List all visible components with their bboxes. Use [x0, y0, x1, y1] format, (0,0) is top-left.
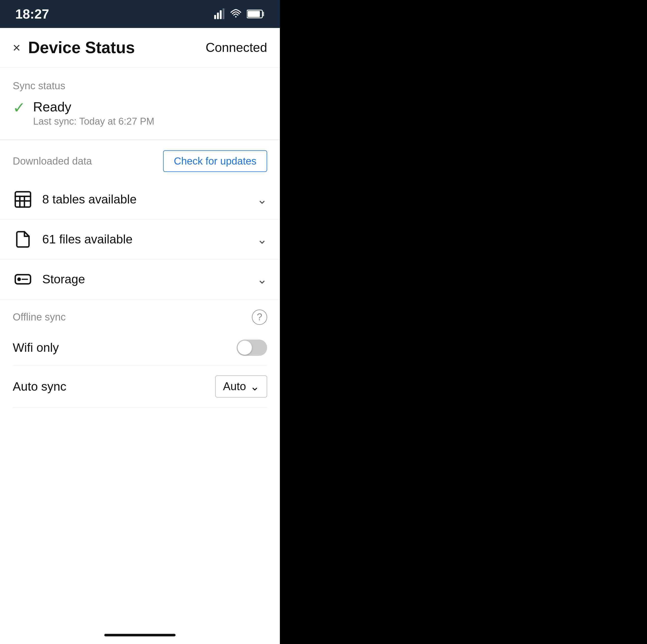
tables-row[interactable]: 8 tables available ⌄: [0, 179, 280, 220]
offline-sync-label: Offline sync: [13, 311, 66, 323]
svg-rect-1: [217, 13, 219, 19]
storage-icon: [13, 269, 33, 290]
svg-rect-2: [220, 10, 222, 19]
chevron-down-icon-3: ⌄: [257, 272, 267, 287]
wifi-icon: [229, 8, 242, 20]
wifi-only-row: Wifi only: [13, 330, 267, 366]
status-icons: [214, 8, 265, 20]
status-time: 18:27: [15, 6, 49, 22]
phone-panel: 18:27 × De: [0, 0, 280, 644]
wifi-only-label: Wifi only: [13, 340, 59, 354]
svg-rect-0: [214, 15, 216, 19]
svg-point-14: [18, 278, 20, 280]
storage-row[interactable]: Storage ⌄: [0, 259, 280, 299]
toggle-knob: [238, 340, 252, 355]
downloaded-data-label: Downloaded data: [13, 155, 92, 167]
svg-point-4: [235, 16, 237, 17]
chevron-down-icon: ⌄: [257, 192, 267, 207]
signal-icon: [214, 8, 225, 20]
page-title: Device Status: [28, 38, 206, 57]
auto-sync-label: Auto sync: [13, 380, 66, 394]
svg-rect-8: [15, 192, 30, 207]
offline-sync-header: Offline sync ?: [13, 310, 267, 325]
checkmark-icon: ✓: [13, 100, 25, 115]
sync-text-block: Ready Last sync: Today at 6:27 PM: [33, 99, 154, 127]
home-indicator: [104, 634, 175, 636]
connection-status: Connected: [206, 40, 267, 55]
svg-rect-6: [262, 12, 264, 16]
check-updates-button[interactable]: Check for updates: [163, 150, 267, 172]
status-bar: 18:27: [0, 0, 280, 28]
auto-sync-row: Auto sync Auto ⌄: [13, 366, 267, 407]
tables-label: 8 tables available: [42, 192, 257, 206]
sync-state: Ready: [33, 99, 154, 114]
content-area: Sync status ✓ Ready Last sync: Today at …: [0, 67, 280, 644]
sync-status-row: ✓ Ready Last sync: Today at 6:27 PM: [13, 99, 267, 140]
file-icon: [13, 229, 33, 249]
storage-label: Storage: [42, 272, 257, 286]
files-row[interactable]: 61 files available ⌄: [0, 220, 280, 259]
dropdown-chevron-icon: ⌄: [250, 380, 260, 393]
downloaded-header: Downloaded data Check for updates: [0, 140, 280, 179]
sync-status-section: Sync status ✓ Ready Last sync: Today at …: [0, 67, 280, 140]
black-panel: [280, 0, 647, 644]
close-button[interactable]: ×: [13, 41, 20, 54]
svg-rect-7: [247, 11, 260, 17]
auto-sync-value: Auto: [223, 380, 246, 393]
wifi-only-toggle[interactable]: [237, 339, 267, 356]
offline-sync-section: Offline sync ? Wifi only Auto sync Auto …: [0, 299, 280, 407]
table-icon: [13, 189, 33, 210]
auto-sync-dropdown[interactable]: Auto ⌄: [215, 376, 267, 398]
svg-rect-3: [223, 8, 224, 19]
help-icon[interactable]: ?: [252, 310, 267, 325]
files-label: 61 files available: [42, 232, 257, 246]
downloaded-data-section: Downloaded data Check for updates 8 tabl…: [0, 140, 280, 299]
sync-status-label: Sync status: [13, 80, 267, 92]
chevron-down-icon-2: ⌄: [257, 232, 267, 246]
battery-icon: [247, 8, 265, 20]
header: × Device Status Connected: [0, 28, 280, 67]
sync-last-time: Last sync: Today at 6:27 PM: [33, 116, 154, 127]
